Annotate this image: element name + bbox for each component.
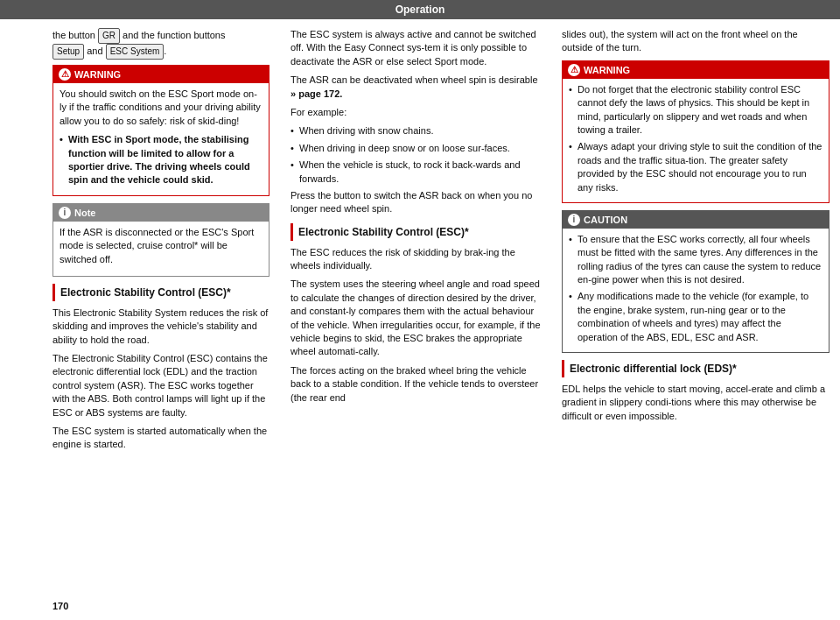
note-label-left: Note bbox=[74, 208, 95, 218]
warning-bullet-right-2: Always adapt your driving style to suit … bbox=[569, 140, 822, 194]
eds-section-title: Electronic differential lock (EDS)* bbox=[562, 360, 830, 377]
caution-box-right: i CAUTION To ensure that the ESC works c… bbox=[562, 210, 830, 353]
mid-bullet3: When the vehicle is stuck, to rock it ba… bbox=[290, 159, 541, 186]
mid-para7: The forces acting on the braked wheel br… bbox=[290, 364, 541, 405]
note-icon-left: i bbox=[59, 207, 71, 219]
caution-header-right: i CAUTION bbox=[563, 211, 829, 229]
warning-header-right: ⚠ WARNING bbox=[563, 61, 829, 79]
middle-column: The ESC system is always active and cann… bbox=[280, 28, 551, 597]
right-para1: slides out), the system will act on the … bbox=[562, 28, 830, 55]
warning-icon-right: ⚠ bbox=[568, 64, 580, 76]
note-header-left: i Note bbox=[53, 204, 269, 222]
mid-bullet1: When driving with snow chains. bbox=[290, 124, 541, 137]
eds-para: EDL helps the vehicle to start moving, a… bbox=[562, 383, 830, 423]
warning-box-right: ⚠ WARNING Do not forget that the electro… bbox=[562, 60, 830, 203]
esc-para2: The Electronic Stability Control (ESC) c… bbox=[52, 352, 270, 419]
esc-section-title-left: Electronic Stability Control (ESC)* bbox=[52, 284, 270, 301]
mid-bullet2: When driving in deep snow or on loose su… bbox=[290, 142, 541, 155]
warning-bullet-right-1: Do not forget that the electronic stabil… bbox=[569, 83, 822, 137]
esc-para1: This Electronic Stability System reduces… bbox=[52, 306, 270, 347]
caution-label-right: CAUTION bbox=[584, 215, 627, 225]
mid-para5: The ESC reduces the risk of skidding by … bbox=[290, 246, 541, 273]
page-footer: 170 bbox=[0, 597, 840, 620]
intro-text: the button GR and the function buttons S… bbox=[52, 28, 270, 60]
warning-text-1: You should switch on the ESC Sport mode … bbox=[60, 88, 262, 128]
mid-para1: The ESC system is always active and cann… bbox=[290, 28, 541, 68]
mid-para3: For example: bbox=[290, 106, 541, 119]
warning-body-right: Do not forget that the electronic stabil… bbox=[563, 79, 829, 202]
right-column: slides out), the system will act on the … bbox=[551, 28, 840, 597]
warning-box-left: ⚠ WARNING You should switch on the ESC S… bbox=[52, 65, 270, 196]
warning-header-left: ⚠ WARNING bbox=[53, 66, 269, 83]
page-number: 170 bbox=[0, 597, 68, 615]
warning-icon-left: ⚠ bbox=[59, 68, 71, 81]
left-column: the button GR and the function buttons S… bbox=[0, 28, 280, 597]
warning-body-left: You should switch on the ESC Sport mode … bbox=[53, 83, 269, 195]
caution-icon-right: i bbox=[568, 214, 580, 226]
operation-title: Operation bbox=[396, 4, 445, 16]
caution-bullet-2: Any modifications made to the vehicle (f… bbox=[569, 290, 822, 344]
mid-para4: Press the button to switch the ASR back … bbox=[290, 189, 541, 216]
warning-label-left: WARNING bbox=[74, 69, 121, 80]
note-body-left: If the ASR is disconnected or the ESC's … bbox=[53, 222, 269, 276]
note-text-left: If the ASR is disconnected or the ESC's … bbox=[60, 226, 262, 266]
setup-button: Setup bbox=[52, 44, 84, 60]
mid-para2: The ASR can be deactivated when wheel sp… bbox=[290, 74, 541, 101]
caution-body-right: To ensure that the ESC works correctly, … bbox=[563, 229, 829, 352]
warning-bullet-left: With ESC in Sport mode, the stabilising … bbox=[60, 133, 262, 187]
esc-system-button: ESC System bbox=[106, 44, 164, 60]
mid-para6: The system uses the steering wheel angle… bbox=[290, 278, 541, 358]
esc-para3: The ESC system is started automatically … bbox=[52, 425, 270, 452]
caution-bullet-1: To ensure that the ESC works correctly, … bbox=[569, 233, 822, 287]
operation-header: Operation bbox=[0, 0, 840, 19]
note-box-left: i Note If the ASR is disconnected or the… bbox=[52, 203, 270, 277]
warning-label-right: WARNING bbox=[584, 65, 630, 75]
esc-section-title-mid: Electronic Stability Control (ESC)* bbox=[290, 223, 541, 241]
gr-button: GR bbox=[98, 28, 120, 44]
